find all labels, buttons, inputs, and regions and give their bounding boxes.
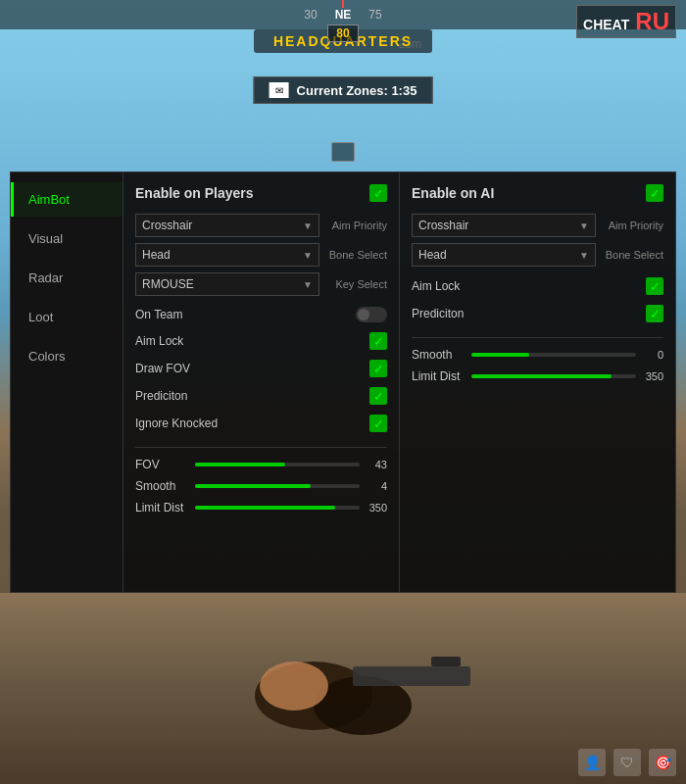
players-bone-dropdown[interactable]: Head ▼ — [135, 243, 319, 267]
bottom-right-icons: 👤 🛡 🎯 — [578, 749, 676, 776]
zone-icon: ✉ — [270, 82, 289, 98]
content-area: Enable on Players ✓ Crosshair ▼ Aim Prio… — [123, 172, 675, 592]
ai-smooth-row: Smooth 0 — [412, 348, 663, 362]
players-key-row: RMOUSE ▼ Key Select — [135, 272, 387, 296]
ai-limitdist-label: Limit Dist — [412, 369, 466, 383]
ai-crosshair-arrow-icon: ▼ — [579, 220, 589, 231]
players-drawfov-row: Draw FOV ✓ — [135, 355, 387, 382]
bone-arrow-icon: ▼ — [303, 250, 313, 261]
players-onteam-toggle[interactable] — [356, 307, 387, 322]
players-panel: Enable on Players ✓ Crosshair ▼ Aim Prio… — [123, 172, 400, 592]
players-crosshair-row: Crosshair ▼ Aim Priority — [135, 214, 387, 237]
level-badge: 80 — [327, 24, 359, 42]
target-icon[interactable]: 🎯 — [649, 749, 676, 776]
sidebar: AimBot Visual Radar Loot Colors — [11, 172, 123, 592]
players-key-dropdown[interactable]: RMOUSE ▼ — [135, 272, 319, 296]
compass-ne: NE — [335, 8, 352, 22]
compass-num-left: 30 — [304, 8, 317, 22]
ai-prediction-row: Prediciton ✓ — [412, 300, 663, 327]
ai-bone-row: Head ▼ Bone Select — [412, 243, 663, 267]
ai-bone-arrow-icon: ▼ — [579, 250, 589, 261]
zone-text: Current Zones: 1:35 — [297, 83, 417, 98]
ai-smooth-label: Smooth — [412, 348, 466, 362]
players-fov-fill — [195, 463, 285, 466]
compass-num-right: 75 — [368, 8, 381, 22]
players-onteam-row: On Team — [135, 302, 387, 327]
players-fov-row: FOV 43 — [135, 458, 387, 471]
players-enable-check[interactable]: ✓ — [369, 184, 387, 202]
ai-limitdist-fill — [471, 374, 612, 378]
players-limitdist-value: 350 — [366, 502, 387, 514]
ai-aimlock-row: Aim Lock ✓ — [412, 272, 663, 300]
zone-timer: ✉ Current Zones: 1:35 — [254, 76, 433, 104]
crosshair-label: Aim Priority — [323, 220, 387, 231]
person-icon[interactable]: 👤 — [578, 749, 606, 776]
sidebar-item-colors[interactable]: Colors — [11, 339, 122, 373]
ai-panel-title: Enable on AI — [412, 185, 494, 201]
players-drawfov-check[interactable]: ✓ — [369, 360, 387, 377]
players-crosshair-dropdown[interactable]: Crosshair ▼ — [135, 214, 319, 237]
ai-smooth-value: 0 — [642, 349, 663, 361]
weapon-svg — [196, 608, 490, 745]
ai-limitdist-value: 350 — [642, 370, 663, 382]
players-onteam-label: On Team — [135, 308, 182, 321]
ai-panel: Enable on AI ✓ Crosshair ▼ Aim Priority … — [400, 172, 675, 592]
ai-prediction-check[interactable]: ✓ — [646, 305, 663, 322]
compass-needle — [342, 0, 344, 8]
sidebar-item-radar[interactable]: Radar — [11, 261, 122, 295]
players-smooth-fill — [195, 484, 311, 488]
menu-panel: AimBot Visual Radar Loot Colors Enable o… — [10, 172, 676, 593]
players-aimlock-check[interactable]: ✓ — [369, 332, 387, 350]
players-smooth-row: Smooth 4 — [135, 479, 387, 493]
players-bone-row: Head ▼ Bone Select — [135, 243, 387, 267]
players-ignoreknocked-label: Ignore Knocked — [135, 416, 218, 430]
ai-prediction-label: Prediciton — [412, 307, 464, 320]
sidebar-item-aimbot[interactable]: AimBot — [11, 182, 122, 217]
ai-aimlock-check[interactable]: ✓ — [646, 277, 663, 295]
ai-crosshair-dropdown[interactable]: Crosshair ▼ — [412, 214, 596, 237]
ai-enable-check[interactable]: ✓ — [646, 184, 663, 202]
ai-smooth-track[interactable] — [471, 353, 636, 357]
players-prediction-check[interactable]: ✓ — [369, 387, 387, 405]
players-ignoreknocked-check[interactable]: ✓ — [369, 415, 387, 432]
players-panel-header: Enable on Players ✓ — [135, 184, 387, 202]
players-ignoreknocked-row: Ignore Knocked ✓ — [135, 410, 387, 437]
players-limitdist-fill — [195, 506, 335, 510]
crosshair-arrow-icon: ▼ — [303, 220, 313, 231]
key-label: Key Select — [323, 278, 387, 290]
players-limitdist-track[interactable] — [195, 506, 360, 510]
key-arrow-icon: ▼ — [303, 279, 313, 290]
ai-limitdist-row: Limit Dist 350 — [412, 369, 663, 383]
players-panel-title: Enable on Players — [135, 185, 254, 201]
svg-rect-4 — [431, 657, 461, 666]
ai-crosshair-label: Aim Priority — [600, 220, 663, 231]
players-prediction-label: Prediciton — [135, 389, 187, 403]
ai-panel-header: Enable on AI ✓ — [412, 184, 663, 202]
players-limitdist-row: Limit Dist 350 — [135, 501, 387, 514]
players-smooth-label: Smooth — [135, 479, 189, 493]
sight-outer — [314, 127, 372, 176]
players-limitdist-label: Limit Dist — [135, 501, 189, 514]
shield-icon[interactable]: 🛡 — [613, 749, 641, 776]
cheat-logo: CHEAT RU — [576, 5, 676, 38]
players-aimlock-label: Aim Lock — [135, 334, 183, 348]
ai-crosshair-row: Crosshair ▼ Aim Priority — [412, 214, 663, 237]
players-aimlock-row: Aim Lock ✓ — [135, 327, 387, 355]
players-smooth-value: 4 — [366, 480, 387, 492]
players-sliders: FOV 43 Smooth 4 Limit Dist — [135, 447, 387, 514]
ai-aimlock-label: Aim Lock — [412, 279, 460, 293]
ai-smooth-fill — [471, 353, 529, 357]
players-fov-label: FOV — [135, 458, 189, 471]
ai-limitdist-track[interactable] — [471, 374, 636, 378]
players-smooth-track[interactable] — [195, 484, 360, 488]
ai-sliders: Smooth 0 Limit Dist 350 — [412, 337, 663, 383]
ai-bone-dropdown[interactable]: Head ▼ — [412, 243, 596, 267]
players-prediction-row: Prediciton ✓ — [135, 382, 387, 410]
svg-point-2 — [260, 662, 328, 710]
bone-label: Bone Select — [323, 249, 387, 261]
sidebar-item-loot[interactable]: Loot — [11, 300, 122, 334]
svg-rect-3 — [353, 666, 470, 686]
players-fov-track[interactable] — [195, 463, 360, 466]
sight-visual — [314, 127, 372, 176]
sidebar-item-visual[interactable]: Visual — [11, 221, 122, 256]
